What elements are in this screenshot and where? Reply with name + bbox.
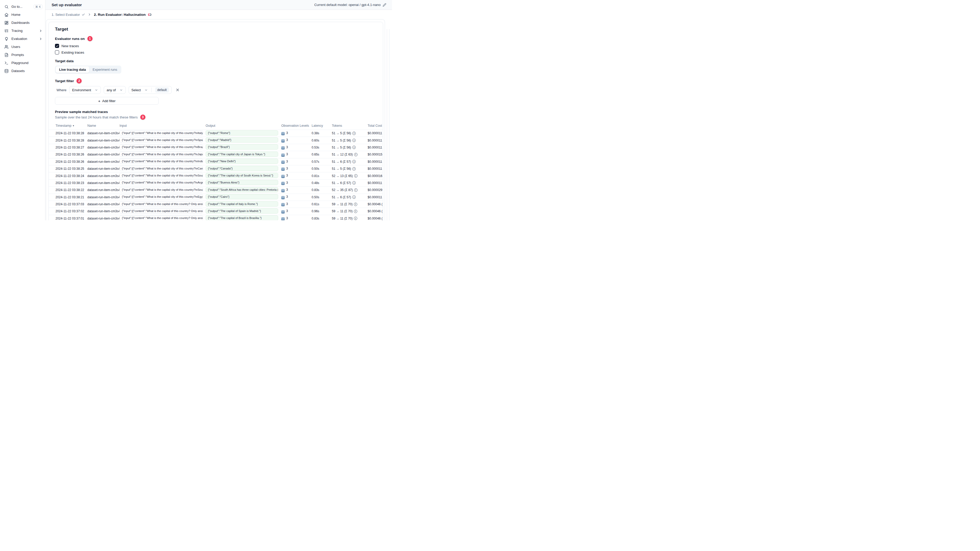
goto-search[interactable]: Go to... ⌘ K — [0, 3, 45, 11]
table-row[interactable]: 2024-11-22 03:38:27 dataset-run-item-cm3… — [49, 144, 383, 151]
cell-timestamp: 2024-11-22 03:38:24 — [56, 174, 88, 178]
cell-input-json[interactable]: {"input":[{"content":"What is the capita… — [119, 202, 203, 206]
tab-experiment-runs[interactable]: Experiment runs — [89, 66, 121, 73]
cell-observation-levels: i3 — [281, 131, 312, 135]
info-circle-icon[interactable]: i — [352, 146, 356, 149]
sidebar-item-datasets[interactable]: Datasets — [0, 67, 45, 75]
cell-input-json[interactable]: {"input":[{"content":"What is the capita… — [119, 137, 203, 143]
table-row[interactable]: 2024-11-22 03:38:28 dataset-run-item-cm3… — [49, 137, 383, 144]
info-circle-icon[interactable]: i — [354, 217, 357, 220]
cell-input-json[interactable]: {"input":[{"content":"What is the capita… — [119, 215, 203, 220]
info-circle-icon[interactable]: i — [352, 167, 356, 170]
cell-input-json[interactable]: {"input":[{"content":"What is the capita… — [119, 130, 203, 135]
cell-latency: 0.50s — [312, 167, 332, 170]
checkbox-label: Existing traces — [62, 51, 84, 54]
checkbox-checked-icon[interactable] — [55, 44, 59, 48]
sidebar-item-dashboards[interactable]: Dashboards — [0, 19, 45, 27]
info-circle-icon[interactable]: i — [352, 139, 356, 142]
col-observation-levels[interactable]: Observation Levels — [281, 124, 312, 127]
col-total-cost[interactable]: Total Cost — [368, 124, 383, 127]
remove-filter-button[interactable] — [175, 88, 180, 92]
info-circle-icon[interactable]: i — [354, 188, 358, 192]
col-timestamp[interactable]: Timestamp▼ — [56, 124, 88, 127]
checkbox-existing-traces[interactable]: Existing traces — [55, 50, 377, 54]
table-row[interactable]: 2024-11-22 03:38:22 dataset-run-item-cm3… — [49, 186, 383, 193]
cell-input-json[interactable]: {"input":[{"content":"What is the capita… — [119, 152, 203, 157]
info-circle-icon[interactable]: i — [352, 160, 356, 163]
cell-input-json[interactable]: {"input":[{"content":"What is the capita… — [119, 144, 203, 149]
col-input[interactable]: Input — [119, 124, 205, 127]
add-filter-button[interactable]: + Add filter — [55, 97, 159, 105]
vertical-scrollbar[interactable] — [387, 29, 390, 220]
info-circle-icon[interactable]: i — [354, 210, 357, 213]
cell-name: dataset-run-item-cm3s4 — [88, 167, 119, 170]
info-circle-icon[interactable]: i — [352, 195, 356, 199]
cell-input-json[interactable]: {"input":[{"content":"What is the capita… — [119, 208, 203, 214]
cell-input-json[interactable]: {"input":[{"content":"What is the capita… — [119, 187, 203, 192]
cell-input-json[interactable]: {"input":[{"content":"What is the capita… — [119, 173, 203, 178]
sidebar-item-evaluation[interactable]: Evaluation — [0, 35, 45, 43]
table-row[interactable]: 2024-11-22 03:38:26 dataset-run-item-cm3… — [49, 158, 383, 165]
cell-output-json[interactable]: {"output":"The capital of Spain is Madri… — [205, 208, 278, 214]
filter-operator-select[interactable]: any of — [104, 86, 126, 94]
info-square-icon: i — [281, 196, 285, 199]
table-row[interactable]: 2024-11-22 03:38:23 dataset-run-item-cm3… — [49, 179, 383, 186]
table-row[interactable]: 2024-11-22 03:38:26 dataset-run-item-cm3… — [49, 151, 383, 158]
datasets-icon — [5, 69, 8, 73]
cell-output-json[interactable]: {"output":"Madrid"} — [205, 137, 278, 143]
info-circle-icon[interactable]: i — [352, 181, 356, 184]
col-tokens[interactable]: Tokens — [332, 124, 368, 127]
cell-output-json[interactable]: {"output":"The capital city of Japan is … — [205, 152, 278, 157]
filter-value-select[interactable]: Select default — [129, 86, 172, 94]
cell-output-json[interactable]: {"output":"Buenos Aires"} — [205, 180, 278, 185]
cell-output-json[interactable]: {"output":"New Delhi"} — [205, 159, 278, 164]
edit-pencil-icon[interactable] — [383, 3, 386, 7]
cell-output-json[interactable]: {"output":"The capital city of South Kor… — [205, 173, 278, 178]
cell-output-json[interactable]: {"output":"The capital of Italy is Rome.… — [205, 202, 278, 206]
cell-output-json[interactable]: {"output":"Brazil"} — [205, 144, 278, 149]
sidebar-item-tracing[interactable]: Tracing — [0, 27, 45, 35]
cell-output-json[interactable]: {"output":"Cairo"} — [205, 194, 278, 199]
target-filter-label: Target filter — [55, 79, 74, 83]
checkbox-new-traces[interactable]: New traces — [55, 44, 377, 48]
info-circle-icon[interactable]: i — [354, 174, 358, 178]
sidebar-item-users[interactable]: Users — [0, 43, 45, 51]
cell-input-json[interactable]: {"input":[{"content":"What is the capita… — [119, 159, 203, 164]
checkbox-unchecked-icon[interactable] — [55, 50, 59, 54]
col-name[interactable]: Name — [88, 124, 119, 127]
cell-input-json[interactable]: {"input":[{"content":"What is the capita… — [119, 194, 203, 199]
sidebar-item-prompts[interactable]: Prompts — [0, 51, 45, 59]
cell-output-json[interactable]: {"output":"South Africa has three capita… — [205, 187, 278, 192]
cell-tokens: 51 → 5 (Σ 56)i — [332, 139, 368, 142]
breadcrumb-step-1[interactable]: 1. Select Evaluator — [52, 13, 85, 17]
table-row[interactable]: 2024-11-22 03:38:25 dataset-run-item-cm3… — [49, 165, 383, 172]
cell-output-json[interactable]: {"output":"Canada"} — [205, 166, 278, 171]
cell-timestamp: 2024-11-22 03:38:22 — [56, 188, 88, 192]
info-circle-icon[interactable]: i — [354, 153, 358, 156]
target-data-tabs: Live tracing dataExperiment runs — [55, 65, 121, 74]
table-row[interactable]: 2024-11-22 03:38:28 dataset-run-item-cm3… — [49, 130, 383, 137]
cell-output-json[interactable]: {"output":"Rome"} — [205, 130, 278, 135]
table-row[interactable]: 2024-11-22 03:37:01 dataset-run-item-cm3… — [49, 215, 383, 220]
cell-input-json[interactable]: {"input":[{"content":"What is the capita… — [119, 166, 203, 171]
cell-observation-levels: i3 — [281, 181, 312, 185]
cell-output-json[interactable]: {"output":"The capital of Brazil is Bras… — [205, 215, 278, 220]
cell-input-json[interactable]: {"input":[{"content":"What is the capita… — [119, 180, 203, 185]
cell-total-cost: $0.000011 ( — [368, 139, 383, 142]
cell-latency: 0.38s — [312, 132, 332, 135]
table-row[interactable]: 2024-11-22 03:38:24 dataset-run-item-cm3… — [49, 172, 383, 179]
tab-live-tracing-data[interactable]: Live tracing data — [56, 66, 89, 73]
cell-observation-levels: i3 — [281, 195, 312, 199]
col-latency[interactable]: Latency — [312, 124, 332, 127]
table-row[interactable]: 2024-11-22 03:37:03 dataset-run-item-cm3… — [49, 201, 383, 208]
table-row[interactable]: 2024-11-22 03:38:21 dataset-run-item-cm3… — [49, 194, 383, 201]
table-row[interactable]: 2024-11-22 03:37:02 dataset-run-item-cm3… — [49, 208, 383, 214]
filter-value-chip: default — [155, 87, 169, 92]
info-circle-icon[interactable]: i — [354, 203, 357, 206]
sidebar-item-playground[interactable]: Playground — [0, 59, 45, 67]
info-circle-icon[interactable]: i — [352, 132, 356, 135]
playground-icon — [5, 61, 8, 65]
filter-column-select[interactable]: Environment — [69, 86, 101, 94]
col-output[interactable]: Output — [205, 124, 281, 127]
sidebar-item-home[interactable]: Home — [0, 11, 45, 19]
